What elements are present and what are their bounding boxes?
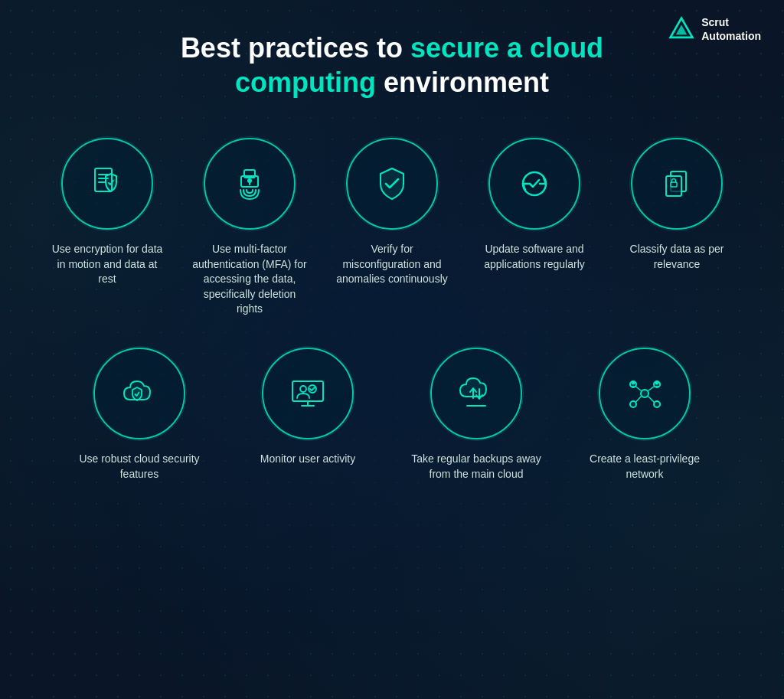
item-mfa: Use multi-factor authentication (MFA) fo… — [185, 138, 315, 317]
item-monitor: Monitor user activity — [231, 348, 384, 482]
fingerprint-icon — [227, 161, 273, 207]
svg-rect-2 — [95, 168, 112, 191]
icon-circle-verify — [346, 138, 438, 230]
svg-point-31 — [656, 381, 658, 384]
shield-doc-icon — [84, 161, 130, 207]
svg-point-21 — [641, 390, 648, 397]
svg-point-28 — [654, 401, 660, 407]
svg-point-24 — [654, 381, 660, 387]
title-part1: Best practices to — [181, 32, 410, 64]
svg-line-27 — [636, 397, 642, 402]
icon-circle-least-privilege — [599, 348, 691, 439]
item-update: Update software and applications regular… — [469, 138, 599, 317]
svg-point-30 — [632, 381, 635, 384]
locked-docs-icon — [654, 161, 700, 207]
svg-point-26 — [630, 401, 636, 407]
item-backups: Take regular backups away from the main … — [400, 348, 553, 482]
item-classify: Classify data as per relevance — [612, 138, 742, 317]
refresh-check-icon — [511, 161, 557, 207]
icon-circle-monitor — [262, 348, 354, 439]
monitor-users-icon — [285, 371, 331, 416]
svg-line-29 — [648, 397, 654, 402]
label-monitor: Monitor user activity — [260, 452, 355, 467]
label-cloud-security: Use robust cloud security features — [70, 452, 208, 482]
shield-check-icon — [369, 161, 415, 207]
item-least-privilege: Create a least-privilege network — [568, 348, 721, 482]
label-mfa: Use multi-factor authentication (MFA) fo… — [192, 242, 307, 317]
svg-rect-13 — [292, 381, 323, 401]
practices-row-2: Use robust cloud security features M — [31, 348, 753, 482]
svg-point-17 — [309, 385, 316, 393]
icon-circle-backups — [430, 348, 522, 439]
item-encryption: Use encryption for data in motion and da… — [42, 138, 172, 317]
label-classify: Classify data as per relevance — [619, 242, 734, 272]
item-cloud-security: Use robust cloud security features — [63, 348, 216, 482]
icon-circle-mfa — [204, 138, 296, 230]
svg-rect-6 — [244, 170, 255, 178]
icon-circle-encryption — [61, 138, 153, 230]
label-least-privilege: Create a least-privilege network — [576, 452, 714, 482]
svg-rect-10 — [671, 171, 686, 191]
svg-rect-12 — [671, 182, 677, 187]
svg-point-16 — [300, 386, 306, 392]
title-part2: environment — [376, 67, 549, 98]
label-encryption: Use encryption for data in motion and da… — [50, 242, 165, 287]
cloud-shield-icon — [116, 371, 162, 416]
practices-row-1: Use encryption for data in motion and da… — [31, 138, 753, 317]
icon-circle-cloud-security — [93, 348, 185, 439]
svg-point-8 — [248, 179, 251, 182]
svg-point-22 — [630, 381, 636, 387]
label-update: Update software and applications regular… — [477, 242, 592, 272]
icon-circle-classify — [631, 138, 723, 230]
label-verify: Verify for misconfiguration and anomalie… — [335, 242, 449, 287]
main-content: Best practices to secure a cloud computi… — [0, 0, 784, 535]
item-verify: Verify for misconfiguration and anomalie… — [327, 138, 457, 317]
svg-rect-7 — [241, 176, 258, 187]
svg-line-25 — [648, 387, 654, 390]
label-backups: Take regular backups away from the main … — [407, 452, 545, 482]
icon-circle-update — [488, 138, 580, 230]
cloud-upload-download-icon — [453, 371, 499, 416]
page-title: Best practices to secure a cloud computi… — [124, 31, 660, 100]
svg-rect-11 — [666, 176, 681, 196]
network-nodes-icon — [622, 371, 668, 416]
svg-line-23 — [636, 387, 642, 390]
